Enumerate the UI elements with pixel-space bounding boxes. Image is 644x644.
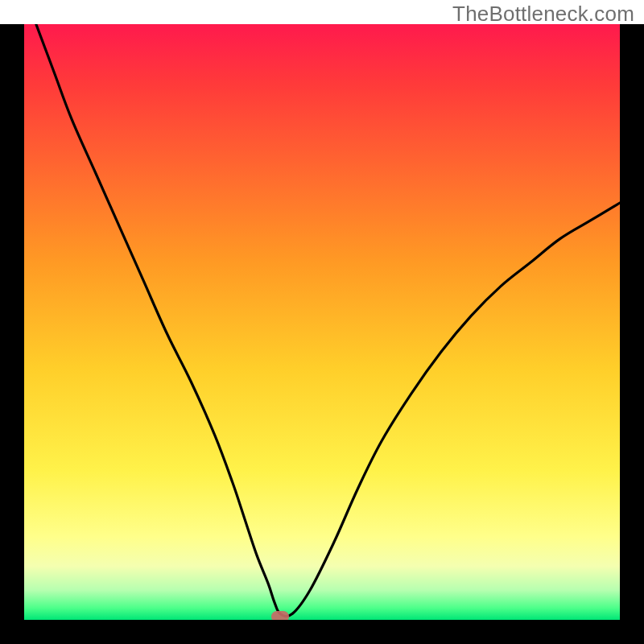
watermark-text: TheBottleneck.com bbox=[452, 2, 634, 27]
bottleneck-curve bbox=[24, 24, 620, 620]
optimal-point-marker bbox=[271, 611, 289, 620]
plot-border bbox=[0, 24, 644, 644]
chart-frame: TheBottleneck.com bbox=[0, 0, 644, 644]
plot-area bbox=[24, 24, 620, 620]
